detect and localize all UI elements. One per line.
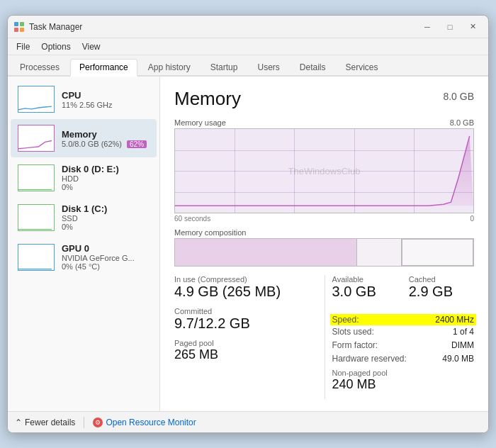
memory-label: Memory [62, 129, 150, 140]
status-bar: ⌃ Fewer details ⚙ Open Resource Monitor [8, 411, 488, 432]
memory-thumbnail [18, 125, 55, 152]
stat-paged-pool: Paged pool 265 MB [174, 339, 317, 362]
stat-hardware-reserved: Hardware reserved: 49.0 MB [332, 353, 475, 364]
stat-available: Available 3.0 GB [332, 275, 398, 300]
window-title: Task Manager [29, 22, 417, 32]
sidebar-item-memory[interactable]: Memory 5.0/8.0 GB (62%) 62% [11, 119, 157, 157]
memory-sub: 5.0/8.0 GB (62%) 62% [62, 140, 150, 148]
open-resource-monitor-button[interactable]: ⚙ Open Resource Monitor [93, 418, 196, 427]
maximize-button[interactable]: □ [440, 20, 460, 34]
non-paged-label: Non-paged pool [332, 369, 475, 377]
tab-services[interactable]: Services [337, 59, 388, 75]
close-button[interactable]: ✕ [463, 20, 483, 34]
disk1-thumbnail [18, 204, 55, 231]
chart-label: Memory usage 8.0 GB [174, 118, 474, 127]
disk0-usage: 0% [62, 183, 150, 191]
stat-speed: Speed: 2400 MHz [330, 314, 477, 325]
cpu-sub: 11% 2.56 GHz [62, 101, 150, 109]
tab-performance[interactable]: Performance [70, 59, 137, 77]
title-bar: Task Manager ─ □ ✕ [8, 16, 488, 38]
disk1-info: Disk 1 (C:) SSD 0% [62, 203, 150, 231]
svg-rect-0 [14, 22, 18, 26]
disk1-type: SSD [62, 214, 150, 223]
disk0-info: Disk 0 (D: E:) HDD 0% [62, 164, 150, 191]
svg-rect-3 [20, 28, 24, 32]
app-icon [13, 21, 25, 33]
stats-grid: In use (Compressed) 4.9 GB (265 MB) Comm… [174, 275, 474, 399]
stat-in-use: In use (Compressed) 4.9 GB (265 MB) [174, 275, 317, 300]
cpu-thumbnail [18, 86, 55, 113]
gpu-info: GPU 0 NVIDIA GeForce G... 0% (45 °C) [62, 243, 150, 271]
in-use-value: 4.9 GB (265 MB) [174, 284, 317, 300]
committed-label: Committed [174, 307, 317, 315]
fewer-details-button[interactable]: ⌃ Fewer details [15, 418, 75, 427]
committed-value: 9.7/12.2 GB [174, 315, 317, 332]
tab-users[interactable]: Users [248, 59, 288, 75]
right-details: Speed: 2400 MHz Slots used: 1 of 4 Form … [332, 314, 475, 364]
paged-pool-value: 265 MB [174, 347, 317, 362]
chevron-up-icon: ⌃ [15, 418, 22, 427]
available-label: Available [332, 275, 398, 284]
tab-app-history[interactable]: App history [139, 59, 200, 75]
memory-info: Memory 5.0/8.0 GB (62%) 62% [62, 129, 150, 148]
stat-committed: Committed 9.7/12.2 GB [174, 307, 317, 332]
stat-form-factor: Form factor: DIMM [332, 340, 475, 351]
memory-badge: 62% [127, 140, 147, 148]
chart-time-labels: 60 seconds 0 [174, 215, 474, 223]
tab-bar: Processes Performance App history Startu… [8, 55, 488, 77]
gpu-label: GPU 0 [62, 243, 150, 254]
tab-processes[interactable]: Processes [11, 59, 69, 75]
stat-slots-used: Slots used: 1 of 4 [332, 326, 475, 337]
menu-bar: File Options View [8, 38, 488, 55]
disk0-label: Disk 0 (D: E:) [62, 164, 150, 174]
detail-title: Memory [174, 88, 241, 110]
cached-label: Cached [409, 275, 474, 284]
task-manager-window: Task Manager ─ □ ✕ File Options View Pro… [7, 15, 489, 433]
menu-file[interactable]: File [11, 40, 35, 53]
disk1-label: Disk 1 (C:) [62, 203, 150, 214]
usage-chart: TheWindowsClub [174, 128, 474, 213]
stat-cached: Cached 2.9 GB [409, 275, 474, 300]
composition-section: Memory composition [174, 228, 474, 267]
main-content: CPU 11% 2.56 GHz Memory 5.0/8.0 GB (62%) [8, 77, 488, 411]
disk0-thumbnail [18, 164, 55, 191]
in-use-label: In use (Compressed) [174, 275, 317, 284]
sidebar: CPU 11% 2.56 GHz Memory 5.0/8.0 GB (62%) [8, 77, 160, 411]
detail-header: Memory 8.0 GB [174, 88, 474, 110]
disk0-type: HDD [62, 174, 150, 183]
non-paged-value: 240 MB [332, 377, 475, 392]
svg-rect-2 [14, 28, 18, 32]
sidebar-item-cpu[interactable]: CPU 11% 2.56 GHz [11, 80, 157, 118]
menu-options[interactable]: Options [35, 40, 76, 53]
resource-monitor-icon: ⚙ [93, 418, 103, 427]
window-controls: ─ □ ✕ [417, 20, 483, 34]
cpu-info: CPU 11% 2.56 GHz [62, 90, 150, 109]
sidebar-item-disk1[interactable]: Disk 1 (C:) SSD 0% [11, 198, 157, 237]
svg-rect-1 [20, 22, 24, 26]
stats-left: In use (Compressed) 4.9 GB (265 MB) Comm… [174, 275, 325, 399]
tab-startup[interactable]: Startup [201, 59, 247, 75]
svg-marker-4 [175, 136, 473, 206]
sidebar-item-disk0[interactable]: Disk 0 (D: E:) HDD 0% [11, 158, 157, 197]
sidebar-item-gpu[interactable]: GPU 0 NVIDIA GeForce G... 0% (45 °C) [11, 237, 157, 276]
gpu-model: NVIDIA GeForce G... [62, 254, 150, 262]
tab-details[interactable]: Details [291, 59, 335, 75]
usage-chart-section: Memory usage 8.0 GB [174, 118, 474, 223]
available-value: 3.0 GB [332, 284, 398, 300]
detail-total: 8.0 GB [443, 91, 474, 102]
cpu-label: CPU [62, 90, 150, 101]
paged-pool-label: Paged pool [174, 339, 317, 347]
composition-label: Memory composition [174, 228, 474, 237]
menu-view[interactable]: View [77, 40, 106, 53]
gpu-thumbnail [18, 244, 55, 271]
detail-panel: Memory 8.0 GB Memory usage 8.0 GB [160, 77, 488, 411]
gpu-usage: 0% (45 °C) [62, 262, 150, 271]
composition-bar [174, 238, 474, 267]
minimize-button[interactable]: ─ [417, 20, 437, 34]
disk1-usage: 0% [62, 223, 150, 231]
stats-right: Available 3.0 GB Cached 2.9 GB Speed: 24… [325, 275, 475, 399]
cached-value: 2.9 GB [409, 284, 474, 300]
stat-non-paged: Non-paged pool 240 MB [332, 369, 475, 392]
